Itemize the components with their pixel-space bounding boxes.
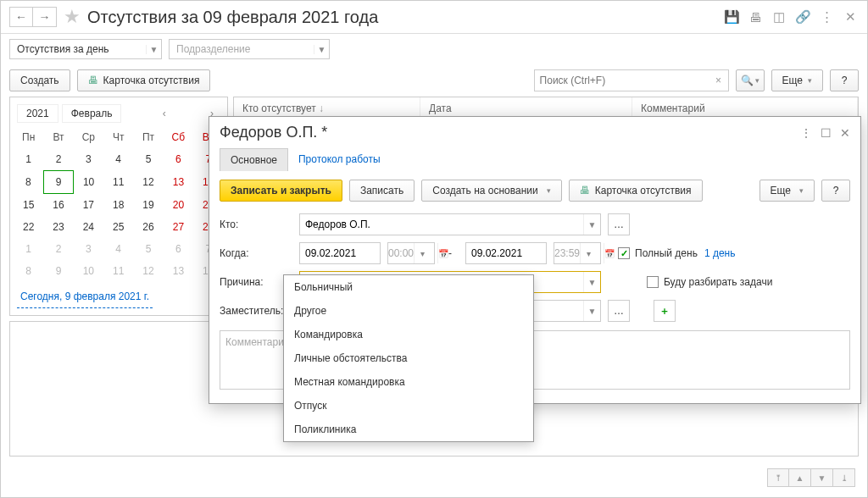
print-icon[interactable]: 🖶 xyxy=(747,8,764,25)
dialog-more-button[interactable]: Еще▾ xyxy=(760,180,815,202)
save-icon[interactable]: 💾 xyxy=(723,8,740,25)
calendar-selected-day[interactable]: 9 xyxy=(43,171,73,194)
tab-log[interactable]: Протокол работы xyxy=(288,148,391,171)
list-nav-top[interactable]: ⤒ xyxy=(767,468,789,487)
chevron-down-icon[interactable]: ▼ xyxy=(583,301,600,321)
list-nav-bottom[interactable]: ⤓ xyxy=(833,468,855,487)
calendar-month[interactable]: Февраль xyxy=(62,104,122,123)
chevron-down-icon[interactable]: ▼ xyxy=(146,45,161,54)
reason-option[interactable]: Другое xyxy=(284,299,533,323)
view-selector[interactable]: Отсутствия за день ▼ xyxy=(9,39,162,59)
favorite-star-icon[interactable]: ★ xyxy=(64,6,81,28)
absence-card-button[interactable]: 🖶 Карточка отсутствия xyxy=(77,69,211,91)
calendar-prev[interactable]: ‹ xyxy=(156,108,173,119)
create-button[interactable]: Создать xyxy=(9,69,70,91)
add-deputy-button[interactable]: ＋ xyxy=(654,300,676,322)
clear-search-icon[interactable]: × xyxy=(709,75,728,86)
search-box[interactable]: × xyxy=(534,69,729,91)
dialog-card-button[interactable]: 🖶Карточка отсутствия xyxy=(569,180,703,202)
calendar-panel: 2021 Февраль ‹ › Пн Вт Ср Чт Пт Сб Вс 12… xyxy=(9,97,228,316)
who-input[interactable] xyxy=(300,219,583,230)
reason-label: Причина: xyxy=(220,276,292,288)
deputy-select-button[interactable]: … xyxy=(608,300,630,322)
calendar-icon[interactable]: 📅 xyxy=(604,243,615,263)
reason-option[interactable]: Больничный xyxy=(284,275,533,299)
view-selector-label: Отсутствия за день xyxy=(10,43,146,55)
reason-dropdown: Больничный Другое Командировка Личные об… xyxy=(283,274,534,442)
help-button[interactable]: ? xyxy=(830,69,859,91)
save-close-button[interactable]: Записать и закрыть xyxy=(220,180,342,202)
reason-option[interactable]: Отпуск xyxy=(284,394,533,418)
reason-option[interactable]: Поликлиника xyxy=(284,418,533,441)
time-from-field[interactable]: 00:00▾ xyxy=(387,242,435,264)
who-field[interactable]: ▼ xyxy=(299,213,601,235)
who-label: Кто: xyxy=(220,219,292,230)
list-nav-up[interactable]: ▲ xyxy=(789,468,811,487)
date-from-field[interactable]: 📅 xyxy=(299,242,381,264)
reason-option[interactable]: Личные обстоятельства xyxy=(284,346,533,370)
dept-placeholder: Подразделение xyxy=(170,43,314,55)
calendar-year[interactable]: 2021 xyxy=(17,104,58,123)
dialog-maximize-icon[interactable]: ☐ xyxy=(821,126,832,140)
chevron-down-icon: ▾ xyxy=(547,186,551,195)
save-button[interactable]: Записать xyxy=(349,180,415,202)
link-icon[interactable]: 🔗 xyxy=(794,8,811,25)
dialog-kebab-icon[interactable]: ⋮ xyxy=(800,126,812,140)
days-link[interactable]: 1 день xyxy=(704,247,736,259)
dept-selector[interactable]: Подразделение ▼ xyxy=(169,39,330,59)
reason-option[interactable]: Местная командировка xyxy=(284,370,533,394)
who-select-button[interactable]: … xyxy=(608,213,630,235)
print-icon: 🖶 xyxy=(88,75,98,86)
full-day-checkbox[interactable]: ✓ Полный день xyxy=(618,247,698,259)
chevron-down-icon[interactable]: ▼ xyxy=(583,214,600,235)
date-to-field[interactable]: 📅 xyxy=(465,242,547,264)
today-link[interactable]: Сегодня, 9 февраля 2021 г. xyxy=(17,285,153,308)
search-button[interactable]: 🔍▾ xyxy=(736,69,765,91)
nav-forward[interactable]: → xyxy=(33,7,57,27)
calendar-grid: Пн Вт Ср Чт Пт Сб Вс 1234567 89101112131… xyxy=(14,126,224,282)
chevron-down-icon: ▾ xyxy=(799,186,804,195)
chevron-down-icon: ▾ xyxy=(755,76,760,85)
time-to-field[interactable]: 23:59▾ xyxy=(554,242,601,264)
chevron-down-icon[interactable]: ▼ xyxy=(314,45,329,54)
chevron-down-icon[interactable]: ▾ xyxy=(414,243,431,263)
more-button[interactable]: Еще▾ xyxy=(771,69,823,91)
close-page-icon[interactable]: ✕ xyxy=(842,8,859,25)
nav-back[interactable]: ← xyxy=(9,7,33,27)
page-title: Отсутствия за 09 февраля 2021 года xyxy=(87,8,378,27)
tab-main[interactable]: Основное xyxy=(220,148,288,171)
handle-tasks-checkbox[interactable]: Буду разбирать задачи xyxy=(647,276,772,288)
chevron-down-icon[interactable]: ▾ xyxy=(580,243,597,263)
list-nav: ⤒ ▲ ▼ ⤓ xyxy=(767,468,855,487)
chevron-down-icon: ▾ xyxy=(808,76,812,85)
checkbox-icon: ✓ xyxy=(618,247,630,259)
dialog-help-button[interactable]: ? xyxy=(821,180,850,202)
list-nav-down[interactable]: ▼ xyxy=(811,468,833,487)
print-icon: 🖶 xyxy=(580,185,590,196)
when-label: Когда: xyxy=(220,247,292,259)
deputy-label: Заместитель: xyxy=(220,305,292,317)
checkbox-icon xyxy=(647,276,659,288)
search-input[interactable] xyxy=(535,75,709,86)
magnifier-icon: 🔍 xyxy=(741,75,754,86)
create-based-button[interactable]: Создать на основании▾ xyxy=(421,180,562,202)
dialog-close-icon[interactable]: ✕ xyxy=(840,126,850,140)
chevron-down-icon[interactable]: ▼ xyxy=(583,272,600,292)
kebab-icon[interactable]: ⋮ xyxy=(818,8,835,25)
dialog-title: Федоров О.П. * xyxy=(220,124,327,141)
reason-option[interactable]: Командировка xyxy=(284,323,533,346)
report-icon[interactable]: ◫ xyxy=(771,8,787,25)
